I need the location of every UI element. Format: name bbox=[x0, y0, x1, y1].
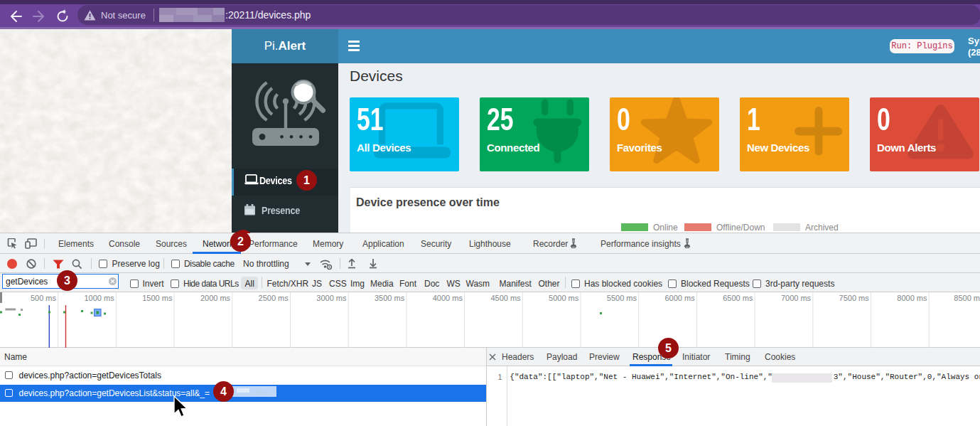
svg-text:500 ms: 500 ms bbox=[31, 294, 57, 302]
svg-text:3000 ms: 3000 ms bbox=[316, 294, 347, 302]
svg-text:2500 ms: 2500 ms bbox=[259, 294, 289, 302]
svg-text:5000 ms: 5000 ms bbox=[549, 294, 579, 302]
svg-text:3500 ms: 3500 ms bbox=[375, 294, 405, 302]
svg-text:6000 ms: 6000 ms bbox=[664, 294, 695, 302]
svg-text:6500 ms: 6500 ms bbox=[723, 294, 753, 302]
svg-text:1000 ms: 1000 ms bbox=[84, 294, 114, 302]
svg-text:8000 ms: 8000 ms bbox=[897, 294, 927, 302]
svg-text:4500 ms: 4500 ms bbox=[490, 294, 521, 302]
svg-text:4000 ms: 4000 ms bbox=[433, 294, 463, 302]
svg-text:5500 ms: 5500 ms bbox=[607, 294, 637, 302]
svg-text:2000 ms: 2000 ms bbox=[200, 294, 231, 302]
svg-text:7500 ms: 7500 ms bbox=[839, 294, 870, 302]
svg-text:8500 m: 8500 m bbox=[954, 294, 980, 302]
svg-text:1500 ms: 1500 ms bbox=[142, 294, 173, 302]
svg-text:7000 ms: 7000 ms bbox=[781, 294, 812, 302]
